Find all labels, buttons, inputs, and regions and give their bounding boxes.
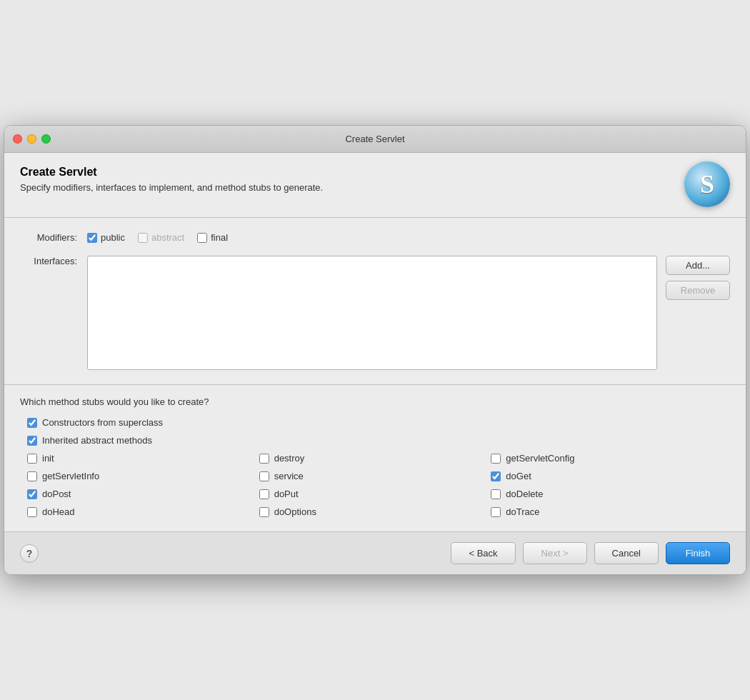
dohead-checkbox[interactable]	[27, 507, 37, 517]
doget-label: doGet	[506, 471, 531, 481]
destroy-checkbox[interactable]	[259, 454, 269, 464]
stubs-columns: init destroy getServletConfig getServlet…	[27, 453, 723, 517]
dooptions-label: doOptions	[274, 506, 316, 517]
getservletconfig-label: getServletConfig	[506, 453, 574, 464]
main-content: Modifiers: public abstract final Interfa…	[4, 218, 746, 517]
dohead-label: doHead	[42, 506, 75, 517]
inherited-label: Inherited abstract methods	[42, 435, 152, 446]
stub-doput[interactable]: doPut	[259, 489, 491, 499]
add-interface-button[interactable]: Add...	[666, 256, 730, 275]
back-button[interactable]: < Back	[451, 542, 515, 564]
interfaces-label: Interfaces:	[20, 256, 77, 266]
stub-getservletconfig[interactable]: getServletConfig	[491, 453, 723, 464]
stub-inherited[interactable]: Inherited abstract methods	[27, 435, 152, 446]
cancel-button[interactable]: Cancel	[594, 542, 659, 564]
doget-checkbox[interactable]	[491, 471, 501, 481]
stub-dopost[interactable]: doPost	[27, 489, 259, 499]
header-text: Create Servlet Specify modifiers, interf…	[20, 166, 323, 193]
modifier-abstract[interactable]: abstract	[138, 232, 184, 243]
bottom-buttons: < Back Next > Cancel Finish	[451, 542, 730, 564]
public-label: public	[101, 232, 125, 243]
traffic-lights	[13, 134, 51, 144]
next-button[interactable]: Next >	[523, 542, 587, 564]
bottom-bar: ? < Back Next > Cancel Finish	[4, 531, 746, 574]
stub-dotrace[interactable]: doTrace	[491, 506, 723, 517]
init-label: init	[42, 453, 54, 464]
dodelete-checkbox[interactable]	[491, 489, 501, 499]
service-checkbox[interactable]	[259, 471, 269, 481]
window-title: Create Servlet	[345, 134, 404, 144]
help-button[interactable]: ?	[20, 544, 39, 563]
close-button[interactable]	[13, 134, 22, 144]
stubs-section: Which method stubs would you like to cre…	[20, 396, 730, 517]
stub-constructors-row: Constructors from superclass	[27, 417, 723, 428]
getservletinfo-label: getServletInfo	[42, 471, 99, 481]
stub-dooptions[interactable]: doOptions	[259, 506, 491, 517]
stub-inherited-row: Inherited abstract methods	[27, 435, 723, 446]
destroy-label: destroy	[274, 453, 305, 464]
interfaces-row: Interfaces: Add... Remove	[20, 256, 730, 370]
modifier-public[interactable]: public	[87, 232, 125, 243]
section-divider	[4, 384, 746, 385]
dooptions-checkbox[interactable]	[259, 507, 269, 517]
service-label: service	[274, 471, 304, 481]
dodelete-label: doDelete	[506, 489, 543, 499]
getservletconfig-checkbox[interactable]	[491, 454, 501, 464]
public-checkbox[interactable]	[87, 233, 97, 243]
interfaces-buttons: Add... Remove	[666, 256, 730, 300]
doput-checkbox[interactable]	[259, 489, 269, 499]
stub-service[interactable]: service	[259, 471, 491, 481]
header-section: Create Servlet Specify modifiers, interf…	[4, 153, 746, 218]
finish-button[interactable]: Finish	[666, 542, 730, 564]
dotrace-checkbox[interactable]	[491, 507, 501, 517]
page-title: Create Servlet	[20, 166, 323, 179]
stubs-question: Which method stubs would you like to cre…	[20, 396, 730, 407]
abstract-checkbox[interactable]	[138, 233, 148, 243]
stub-dohead[interactable]: doHead	[27, 506, 259, 517]
dopost-label: doPost	[42, 489, 71, 499]
titlebar: Create Servlet	[4, 126, 746, 153]
minimize-button[interactable]	[27, 134, 36, 144]
bottom-left: ?	[20, 544, 39, 563]
dotrace-label: doTrace	[506, 506, 539, 517]
getservletinfo-checkbox[interactable]	[27, 471, 37, 481]
stubs-grid: Constructors from superclass Inherited a…	[20, 417, 730, 517]
stub-doget[interactable]: doGet	[491, 471, 723, 481]
modifier-final[interactable]: final	[197, 232, 228, 243]
stub-destroy[interactable]: destroy	[259, 453, 491, 464]
doput-label: doPut	[274, 489, 299, 499]
dialog-window: Create Servlet Create Servlet Specify mo…	[4, 125, 746, 575]
interfaces-listbox[interactable]	[87, 256, 657, 370]
modifiers-group: public abstract final	[87, 232, 228, 243]
remove-interface-button[interactable]: Remove	[666, 281, 730, 300]
stub-constructors[interactable]: Constructors from superclass	[27, 417, 163, 428]
stub-dodelete[interactable]: doDelete	[491, 489, 723, 499]
stub-getservletinfo[interactable]: getServletInfo	[27, 471, 259, 481]
modifiers-label: Modifiers:	[20, 232, 77, 243]
header-icon-letter: S	[700, 169, 714, 199]
constructors-label: Constructors from superclass	[42, 417, 163, 428]
abstract-label: abstract	[151, 232, 184, 243]
constructors-checkbox[interactable]	[27, 418, 37, 428]
init-checkbox[interactable]	[27, 454, 37, 464]
modifiers-row: Modifiers: public abstract final	[20, 232, 730, 243]
final-checkbox[interactable]	[197, 233, 207, 243]
final-label: final	[211, 232, 228, 243]
dopost-checkbox[interactable]	[27, 489, 37, 499]
inherited-checkbox[interactable]	[27, 436, 37, 446]
page-subtitle: Specify modifiers, interfaces to impleme…	[20, 182, 323, 193]
header-icon: S	[684, 161, 730, 207]
stub-init[interactable]: init	[27, 453, 259, 464]
maximize-button[interactable]	[41, 134, 51, 144]
